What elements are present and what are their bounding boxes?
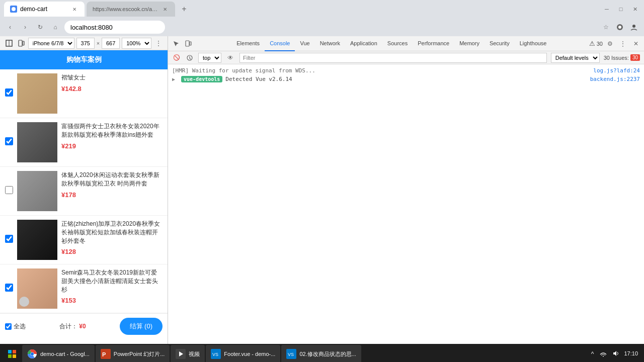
devtools-panel: Elements Console Vue Network Application… [168,36,644,344]
tab-sources[interactable]: Sources [382,36,413,51]
tab-lighthouse[interactable]: Lighthouse [515,36,552,51]
tray-volume-icon[interactable] [611,350,622,358]
tab-network[interactable]: Network [315,36,345,51]
extensions-icon[interactable] [614,21,626,33]
more-options-icon[interactable]: ⋮ [153,37,164,49]
profile-icon[interactable] [628,21,640,33]
cart-item-3-checkbox[interactable] [5,186,13,194]
address-input[interactable] [64,21,165,34]
taskbar-vscode1-label: Footer.vue - demo-... [224,351,275,357]
cart-item-3-image [17,171,57,211]
width-input[interactable] [76,38,95,49]
height-input[interactable] [102,38,120,49]
tab-performance[interactable]: Performance [413,36,454,51]
system-time[interactable]: 17:10 [624,350,638,357]
devtools-inspect-icon[interactable] [170,38,182,50]
cart-item-1-title: 褶皱女士 [61,73,163,82]
svg-point-17 [31,352,34,355]
inspect-icon[interactable] [4,37,14,49]
taskbar-item-video[interactable]: 视频 [171,345,205,362]
vue-detected-message: Detected Vue v2.6.14 [225,76,292,82]
taskbar: demo-cart - Googl... P PowerPoint 幻灯片...… [0,344,644,362]
taskbar-item-ppt[interactable]: P PowerPoint 幻灯片... [96,345,170,362]
tab-security[interactable]: Security [485,36,515,51]
svg-rect-14 [13,354,16,358]
filter-input[interactable] [239,53,547,63]
cart-item-5-image [17,268,57,309]
devtools-device-icon[interactable] [182,38,194,50]
chrome-taskbar-icon [27,349,37,359]
tab-1-label: demo-cart [20,6,47,13]
preserve-log-icon[interactable] [185,53,194,62]
address-icons: ☆ [600,21,640,33]
forward-button[interactable]: › [19,21,31,33]
tab-application[interactable]: Application [345,36,382,51]
bookmark-icon[interactable]: ☆ [600,21,612,33]
tab-vue[interactable]: Vue [295,36,314,51]
device-icon[interactable] [16,37,26,49]
cart-item-3-title: 体魅人2020休闲运动衣套装女秋季新款秋季韩版宽松卫衣 时尚两件套 [61,171,163,188]
devtools-tabs: Elements Console Vue Network Application… [168,36,644,51]
svg-marker-27 [613,351,616,356]
cart-item-2: 富骚假两件女士卫衣秋冬女装2020年新款韩版宽松春秋季薄款ins翅外套 ¥219 [0,118,168,167]
device-select[interactable]: iPhone 6/7/8 [28,38,74,49]
page-content: iPhone 6/7/8 × 100% ⋮ 购物车案例 褶皱女士 ¥142.8 [0,36,168,344]
cart-item-5-checkbox[interactable] [5,284,13,292]
reload-button[interactable]: ↻ [34,21,46,33]
cart-item-3: 体魅人2020休闲运动衣套装女秋季新款秋季韩版宽松卫衣 时尚两件套 ¥178 [0,167,168,216]
taskbar-item-chrome[interactable]: demo-cart - Googl... [22,345,95,362]
cart-item-1-info: 褶皱女士 ¥142.8 [61,73,163,93]
cart-item-4-image [17,220,57,260]
cart-item-3-price: ¥178 [61,191,163,199]
main-layout: iPhone 6/7/8 × 100% ⋮ 购物车案例 褶皱女士 ¥142.8 [0,36,644,344]
cart-item-4-price: ¥128 [61,248,163,255]
home-button[interactable]: ⌂ [49,21,61,33]
issues-badge: ⚠ 30 [589,40,603,47]
cart-item-4-checkbox[interactable] [5,235,13,243]
tab-1-close[interactable]: ✕ [70,5,78,13]
cart-header: 购物车案例 [0,50,168,69]
tab-console[interactable]: Console [265,36,295,51]
tab-1[interactable]: demo-cart ✕ [4,2,85,17]
back-button[interactable]: ‹ [4,21,16,33]
tab-2[interactable]: https://www.escook.cn/api/ca... ✕ [87,2,175,17]
checkout-button[interactable]: 结算 (0) [120,318,163,335]
eye-icon[interactable]: 👁 [225,53,235,63]
browser-chrome: demo-cart ✕ https://www.escook.cn/api/ca… [0,0,644,36]
maximize-button[interactable]: □ [616,4,626,14]
minimize-button[interactable]: ─ [602,4,612,14]
context-select[interactable]: top [198,53,221,63]
tab-memory[interactable]: Memory [454,36,485,51]
taskbar-items: demo-cart - Googl... P PowerPoint 幻灯片...… [22,345,589,362]
console-content: [HMR] Waiting for update signal from WDS… [168,64,644,344]
cart-item-1-checkbox[interactable] [5,88,13,97]
address-bar: ‹ › ↻ ⌂ ☆ [0,18,644,36]
vue-link[interactable]: backend.js:2237 [590,76,640,82]
taskbar-chrome-label: demo-cart - Googl... [40,351,90,357]
zoom-select[interactable]: 100% [122,38,151,49]
level-select[interactable]: Default levels [551,53,600,63]
hmr-message: [HMR] Waiting for update signal from WDS… [172,67,315,74]
undock-icon[interactable]: ✕ [630,38,642,50]
console-issues-badge: 30 Issues: 30 [604,54,640,61]
new-tab-button[interactable]: + [177,2,191,16]
taskbar-item-vscode1[interactable]: VS Footer.vue - demo-... [206,345,280,362]
hmr-link[interactable]: log.js?lafd:24 [593,67,640,74]
loading-spinner [19,297,29,307]
total-price: ¥0 [79,323,86,330]
taskbar-item-vscode2[interactable]: VS 02.修改商品状态的思... [281,345,361,362]
cart-item-2-checkbox[interactable] [5,137,13,145]
clear-console-icon[interactable]: 🚫 [172,53,181,62]
select-all-checkbox[interactable] [5,323,12,330]
settings-icon[interactable]: ⚙ [604,38,616,50]
svg-text:VS: VS [212,352,218,357]
devtools-actions [170,38,194,50]
tray-network-icon[interactable] [598,350,609,358]
tray-chevron[interactable]: ^ [589,350,596,357]
tab-elements[interactable]: Elements [231,36,265,51]
start-button[interactable] [2,344,22,362]
close-button[interactable]: ✕ [630,4,640,14]
console-expand-icon[interactable]: ▶ [172,76,175,82]
more-devtools-icon[interactable]: ⋮ [617,38,629,50]
tab-2-close[interactable]: ✕ [161,5,169,13]
